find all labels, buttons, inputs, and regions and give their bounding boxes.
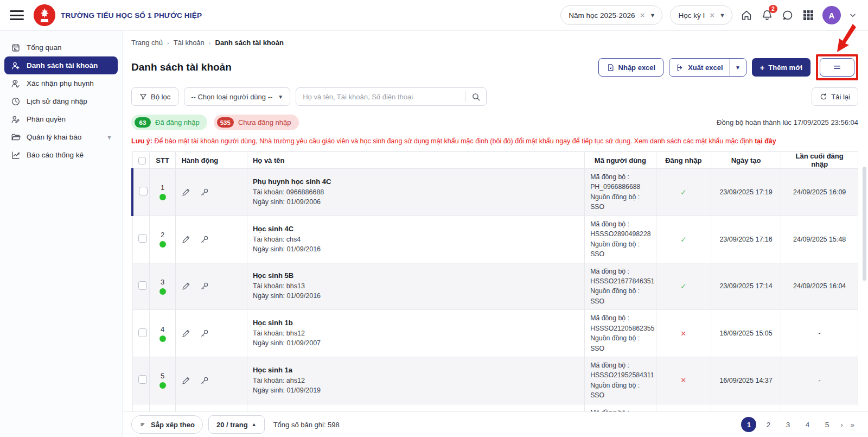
reset-password-key-icon[interactable] bbox=[200, 281, 209, 291]
edit-pencil-icon[interactable] bbox=[181, 187, 191, 197]
reset-password-key-icon[interactable] bbox=[200, 328, 209, 338]
sidebar-item-label: Tổng quan bbox=[27, 43, 62, 52]
clear-year-icon[interactable]: ✕ bbox=[640, 11, 646, 20]
sidebar-item-tổng-quan[interactable]: Tổng quan ▼ bbox=[4, 39, 118, 56]
sync-code-label: Mã đồng bộ : bbox=[590, 360, 650, 370]
login-status-icon: ✓ bbox=[680, 188, 687, 197]
sidebar-item-danh-sách-tài-khoản[interactable]: Danh sách tài khoản ▼ bbox=[4, 56, 118, 74]
sidebar-item-quản-lý-khai-báo[interactable]: Quản lý khai báo ▼ bbox=[4, 128, 118, 146]
search-input[interactable] bbox=[296, 93, 465, 101]
user-avatar[interactable]: A bbox=[822, 6, 841, 24]
sync-source-label: Nguồn đồng bộ : bbox=[590, 333, 650, 343]
semester-select[interactable]: Học kỳ I ✕ ▼ bbox=[670, 5, 732, 25]
account-username: Tài khoản: bhs13 bbox=[253, 281, 579, 291]
user-add-icon bbox=[11, 61, 21, 71]
page-number-1[interactable]: 1 bbox=[741, 417, 756, 432]
dashboard-icon bbox=[11, 43, 21, 53]
sync-source-value: SSO bbox=[590, 249, 650, 259]
clock-icon bbox=[11, 97, 21, 106]
edit-pencil-icon[interactable] bbox=[181, 281, 191, 291]
breadcrumb: Trang chủ › Tài khoản › Danh sách tài kh… bbox=[131, 39, 858, 47]
table-row: 5 Học sinh 1a Tài khoản: ahs12 Ngày sinh… bbox=[132, 357, 858, 404]
vertical-scrollbar-thumb[interactable] bbox=[863, 167, 866, 281]
page-size-select[interactable]: 20 / trang ▲ bbox=[208, 415, 265, 434]
edit-pencil-icon[interactable] bbox=[181, 376, 191, 385]
page-number-5[interactable]: 5 bbox=[819, 417, 834, 432]
school-name: TRƯỜNG TIỂU HỌC SỐ 1 PHƯỚC HIỆP bbox=[61, 11, 202, 20]
sidebar-item-xác-nhận-phụ-huynh[interactable]: Xác nhận phụ huynh ▼ bbox=[4, 74, 118, 92]
reset-password-key-icon[interactable] bbox=[200, 235, 209, 244]
school-year-select[interactable]: Năm học 2025-2026 ✕ ▼ bbox=[560, 5, 662, 25]
table-header-row: STT Hành động Họ và tên Mã người dùng Đă… bbox=[132, 152, 858, 169]
table-row: 2 Học sinh 4C Tài khoản: chs4 Ngày sinh:… bbox=[132, 216, 858, 263]
sidebar-item-label: Danh sách tài khoản bbox=[27, 61, 98, 69]
reload-label: Tải lại bbox=[831, 93, 850, 101]
breadcrumb-accounts[interactable]: Tài khoản bbox=[174, 39, 205, 47]
sort-by-button[interactable]: Sắp xếp theo bbox=[131, 415, 203, 434]
add-new-button[interactable]: + Thêm mới bbox=[752, 58, 810, 77]
menu-lines-icon bbox=[832, 62, 842, 72]
logged-in-count: 63 bbox=[135, 117, 151, 128]
last-page-icon[interactable]: » bbox=[849, 421, 856, 429]
row-checkbox[interactable] bbox=[138, 281, 147, 290]
search-icon[interactable] bbox=[465, 92, 486, 102]
edit-pencil-icon[interactable] bbox=[181, 235, 191, 244]
account-dob: Ngày sinh: 01/09/2007 bbox=[253, 338, 579, 348]
created-date: 16/09/2025 15:05 bbox=[711, 310, 781, 357]
user-type-select[interactable]: -- Chọn loại người dùng -- ▼ bbox=[184, 87, 290, 106]
notifications-bell-icon[interactable]: 2 bbox=[761, 9, 774, 22]
header-user-code: Mã người dùng bbox=[585, 152, 656, 169]
row-checkbox[interactable] bbox=[138, 328, 147, 337]
sidebar-item-phân-quyền[interactable]: Phân quyền ▼ bbox=[4, 110, 118, 128]
chevron-down-icon: ▼ bbox=[278, 94, 283, 100]
header-created: Ngày tạo bbox=[711, 152, 781, 169]
sidebar-item-báo-cáo-thống-kê[interactable]: Báo cáo thống kê ▼ bbox=[4, 146, 118, 164]
export-excel-button[interactable]: Xuất excel bbox=[669, 59, 729, 76]
export-excel-split-button: Xuất excel ▼ bbox=[669, 58, 746, 77]
sync-source-label: Nguồn đồng bộ : bbox=[590, 286, 650, 296]
reset-password-key-icon[interactable] bbox=[200, 187, 209, 197]
pagination: 12345› » bbox=[741, 417, 856, 432]
account-chevron-down-icon[interactable] bbox=[848, 9, 857, 22]
breadcrumb-home[interactable]: Trang chủ bbox=[131, 39, 163, 47]
filter-button[interactable]: Bộ lọc bbox=[131, 87, 178, 106]
next-page-icon[interactable]: › bbox=[839, 421, 844, 429]
sidebar-toggle-hamburger-icon[interactable] bbox=[10, 10, 24, 20]
reset-password-key-icon[interactable] bbox=[200, 376, 209, 385]
user-edit-icon bbox=[11, 115, 21, 124]
notification-count-badge: 2 bbox=[769, 5, 777, 13]
sidebar-item-lịch-sử-đăng-nhập[interactable]: Lịch sử đăng nhập ▼ bbox=[4, 92, 118, 110]
import-excel-button[interactable]: Nhập excel bbox=[598, 58, 664, 77]
sidebar-item-label: Báo cáo thống kê bbox=[27, 151, 84, 159]
folder-icon bbox=[11, 132, 21, 142]
page-number-2[interactable]: 2 bbox=[761, 417, 776, 432]
page-number-4[interactable]: 4 bbox=[800, 417, 815, 432]
header-login: Đăng nhập bbox=[656, 152, 711, 169]
reload-button[interactable]: Tải lại bbox=[812, 87, 858, 106]
page-number-3[interactable]: 3 bbox=[780, 417, 795, 432]
sync-code-value: HSSSO21952584311 bbox=[590, 370, 650, 380]
header-name: Họ và tên bbox=[247, 152, 584, 169]
row-checkbox[interactable] bbox=[139, 187, 148, 195]
export-options-caret-button[interactable]: ▼ bbox=[730, 59, 746, 76]
row-checkbox[interactable] bbox=[138, 375, 147, 384]
sort-icon bbox=[139, 421, 147, 428]
home-icon[interactable] bbox=[740, 9, 753, 22]
sync-code-value: PH_0966886688 bbox=[590, 182, 650, 192]
select-all-checkbox[interactable] bbox=[138, 157, 146, 164]
created-date: 23/09/2025 17:19 bbox=[711, 169, 781, 216]
account-name: Học sinh 1b bbox=[253, 319, 579, 327]
reload-icon bbox=[820, 93, 827, 100]
active-status-dot bbox=[159, 194, 166, 200]
row-checkbox[interactable] bbox=[138, 234, 147, 243]
edit-pencil-icon[interactable] bbox=[181, 328, 191, 338]
table-settings-menu-button[interactable] bbox=[820, 58, 854, 77]
apps-grid-icon[interactable] bbox=[802, 9, 815, 22]
accounts-table-container: STT Hành động Họ và tên Mã người dùng Đă… bbox=[131, 151, 858, 420]
sync-code-label: Mã đồng bộ : bbox=[590, 267, 650, 276]
chevron-down-icon: ▼ bbox=[650, 12, 656, 18]
sync-source-value: SSO bbox=[590, 202, 650, 212]
chat-support-icon[interactable] bbox=[781, 9, 794, 22]
clear-semester-icon[interactable]: ✕ bbox=[709, 11, 715, 20]
warning-link[interactable]: tại đây bbox=[755, 137, 776, 145]
